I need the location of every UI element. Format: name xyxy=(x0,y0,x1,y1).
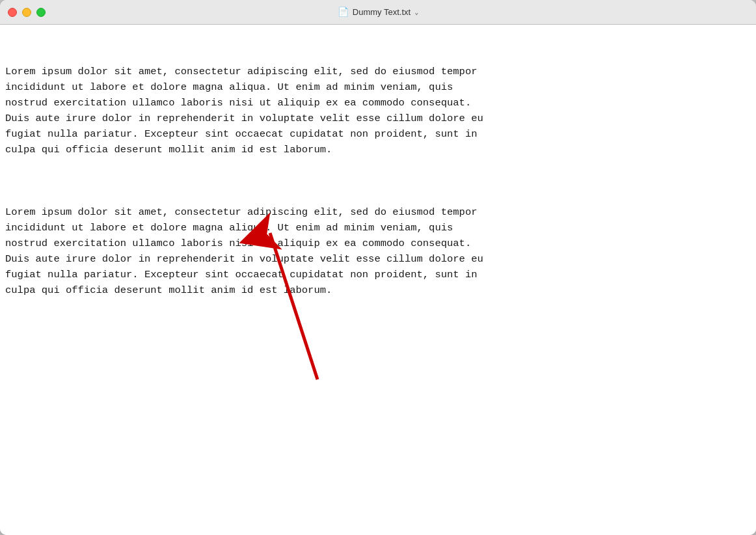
maximize-button[interactable] xyxy=(36,8,46,17)
app-window: 📄 Dummy Text.txt ⌄ Lorem ipsum dolor sit… xyxy=(0,0,756,535)
text-body[interactable]: Lorem ipsum dolor sit amet, consectetur … xyxy=(5,33,751,329)
paragraph-1: Lorem ipsum dolor sit amet, consectetur … xyxy=(5,64,751,158)
traffic-lights xyxy=(8,8,46,17)
close-button[interactable] xyxy=(8,8,17,17)
window-title: Dummy Text.txt xyxy=(353,7,411,17)
title-dropdown-icon[interactable]: ⌄ xyxy=(414,8,418,16)
titlebar-center: 📄 Dummy Text.txt ⌄ xyxy=(338,7,418,18)
file-icon: 📄 xyxy=(338,7,349,18)
text-editor-content[interactable]: Lorem ipsum dolor sit amet, consectetur … xyxy=(0,25,756,535)
titlebar: 📄 Dummy Text.txt ⌄ xyxy=(0,0,756,25)
minimize-button[interactable] xyxy=(22,8,31,17)
paragraph-2: Lorem ipsum dolor sit amet, consectetur … xyxy=(5,204,751,298)
